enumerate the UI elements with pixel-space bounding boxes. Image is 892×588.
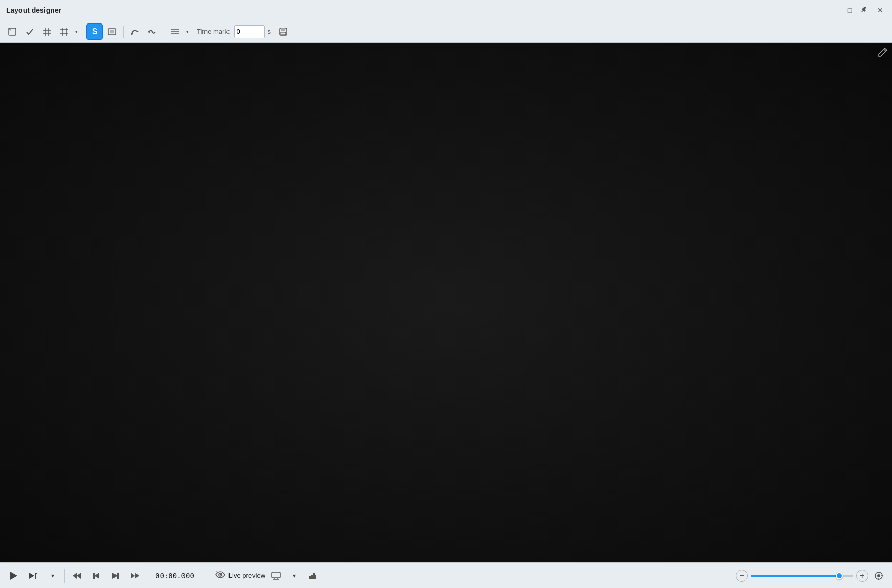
svg-marker-184: [131, 573, 135, 579]
checkmark-tool-button[interactable]: [21, 23, 38, 40]
svg-point-198: [877, 574, 880, 577]
zoom-settings-button[interactable]: [872, 569, 886, 583]
svg-marker-178: [73, 573, 77, 579]
playback-separator-1: [64, 569, 65, 583]
svg-marker-180: [94, 573, 99, 579]
svg-rect-195: [313, 573, 315, 579]
zoom-plus-button[interactable]: +: [856, 570, 868, 582]
zoom-slider-fill: [751, 575, 838, 577]
time-mark-unit: s: [268, 28, 271, 35]
svg-rect-183: [117, 573, 119, 579]
zoom-slider-thumb[interactable]: [836, 572, 843, 579]
time-mark-label: Time mark:: [197, 28, 230, 35]
svg-rect-18: [281, 28, 285, 31]
curve2-tool-button[interactable]: [144, 23, 161, 40]
separator-2: [123, 26, 124, 38]
grid-tool-button[interactable]: [39, 23, 55, 40]
toolbar: ▾ S: [0, 20, 892, 43]
svg-marker-175: [29, 573, 34, 579]
svg-rect-11: [110, 30, 114, 33]
live-preview-monitor-button[interactable]: [268, 568, 284, 583]
fast-forward-button[interactable]: [127, 568, 143, 583]
rewind-button[interactable]: [69, 568, 84, 583]
step-back-button[interactable]: [88, 568, 104, 583]
svg-line-20: [884, 49, 886, 51]
live-preview-dropdown[interactable]: ▾: [287, 568, 302, 583]
align-tool-button[interactable]: [167, 23, 184, 40]
title-buttons: □ ✕: [844, 5, 886, 16]
svg-marker-182: [112, 573, 118, 579]
live-preview-section: Live preview ▾: [209, 568, 321, 583]
svg-rect-189: [272, 572, 280, 578]
snap-tool-button[interactable]: [56, 23, 73, 40]
svg-rect-181: [93, 573, 95, 579]
step-forward-button[interactable]: [108, 568, 123, 583]
play-to-mark-button[interactable]: [26, 568, 41, 583]
live-preview-eye-icon: [215, 571, 225, 581]
time-mark-input[interactable]: [234, 25, 265, 38]
histogram-button[interactable]: [305, 568, 321, 583]
save-button[interactable]: [275, 23, 291, 40]
svg-point-13: [148, 31, 150, 33]
zoom-section: − +: [736, 569, 886, 583]
svg-rect-19: [281, 32, 286, 35]
svg-point-12: [131, 33, 133, 35]
zoom-minus-button[interactable]: −: [736, 570, 748, 582]
svg-rect-196: [315, 575, 316, 579]
separator-3: [164, 26, 164, 38]
select-tool-button[interactable]: [4, 23, 20, 40]
bottom-toolbar: ▾ 00:00.000 Live preview ▾ −: [0, 562, 892, 588]
title-bar: Layout designer □ ✕: [0, 0, 892, 20]
path-tool-button[interactable]: S: [86, 23, 103, 40]
snap-tool-group: ▾: [56, 23, 80, 40]
svg-line-188: [217, 571, 217, 572]
svg-marker-179: [77, 573, 81, 579]
playback-separator-2: [147, 569, 147, 583]
main-canvas: ↗: [0, 43, 892, 562]
close-button[interactable]: ✕: [875, 5, 886, 16]
app-title: Layout designer: [6, 6, 61, 14]
svg-rect-194: [311, 575, 313, 579]
separator-1: [83, 26, 83, 38]
timecode: 00:00.000: [151, 572, 198, 580]
canvas-frame: ↗: [0, 43, 892, 562]
curve1-tool-button[interactable]: [127, 23, 143, 40]
zoom-slider-track[interactable]: [751, 575, 853, 577]
live-preview-text: Live preview: [228, 572, 265, 579]
dropdown-arrow-button[interactable]: ▾: [45, 568, 60, 583]
svg-marker-185: [135, 573, 139, 579]
pencil-overlay[interactable]: [878, 47, 888, 60]
toolbar-tools: ▾ S: [4, 23, 191, 40]
svg-marker-174: [10, 572, 17, 580]
svg-point-187: [219, 574, 221, 575]
align-tool-group: ▾: [167, 23, 191, 40]
album-background: [0, 43, 892, 562]
maximize-button[interactable]: □: [844, 5, 855, 16]
snap-dropdown-arrow[interactable]: ▾: [73, 23, 80, 40]
pin-button[interactable]: [859, 5, 871, 16]
play-button[interactable]: [6, 568, 21, 583]
frame-tool-button[interactable]: [104, 23, 120, 40]
svg-rect-193: [309, 576, 311, 579]
align-dropdown-arrow[interactable]: ▾: [184, 23, 191, 40]
